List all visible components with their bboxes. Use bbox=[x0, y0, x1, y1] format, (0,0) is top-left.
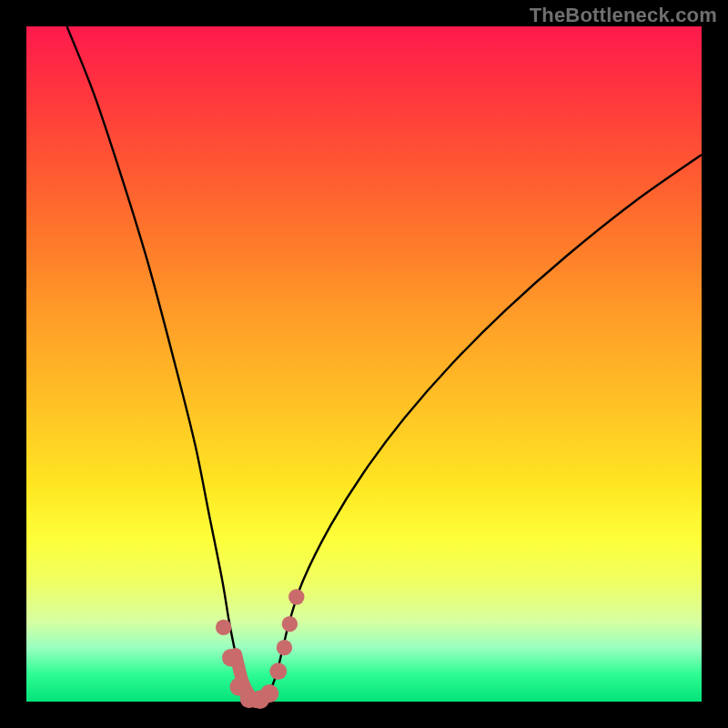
watermark-text: TheBottleneck.com bbox=[530, 4, 717, 27]
chart-marker bbox=[277, 640, 292, 655]
bottleneck-curve bbox=[67, 26, 702, 702]
chart-marker bbox=[260, 684, 278, 703]
chart-marker bbox=[282, 616, 298, 632]
chart-marker bbox=[222, 649, 240, 667]
chart-marker bbox=[288, 589, 304, 604]
chart-markers bbox=[216, 589, 305, 709]
chart-frame: TheBottleneck.com bbox=[0, 0, 728, 728]
chart-svg bbox=[26, 26, 702, 702]
chart-marker bbox=[269, 662, 287, 680]
chart-marker bbox=[216, 620, 231, 635]
chart-plot-area bbox=[26, 26, 702, 702]
